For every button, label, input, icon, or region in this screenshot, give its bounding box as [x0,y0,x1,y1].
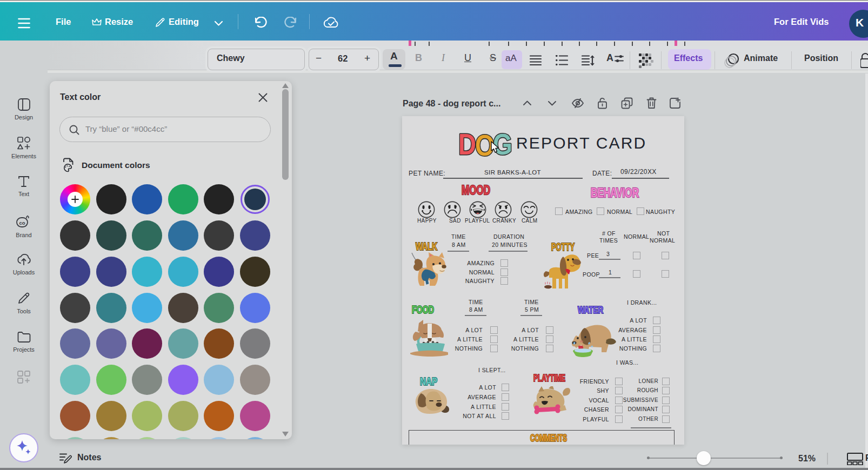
svg-text:co: co [19,220,25,226]
svg-text:NAP: NAP [420,375,437,387]
svg-text:COMMENTS: COMMENTS [530,433,567,444]
svg-text:MOOD: MOOD [462,183,490,197]
svg-text:PLAYTIME: PLAYTIME [533,372,565,384]
svg-text:WALK: WALK [416,240,437,252]
svg-text:FOOD: FOOD [412,304,434,315]
svg-text:WATER: WATER [578,305,603,315]
svg-text:BEHAVIOR: BEHAVIOR [591,186,639,200]
svg-text:POTTY: POTTY [551,241,575,253]
svg-text:D: D [458,127,476,158]
